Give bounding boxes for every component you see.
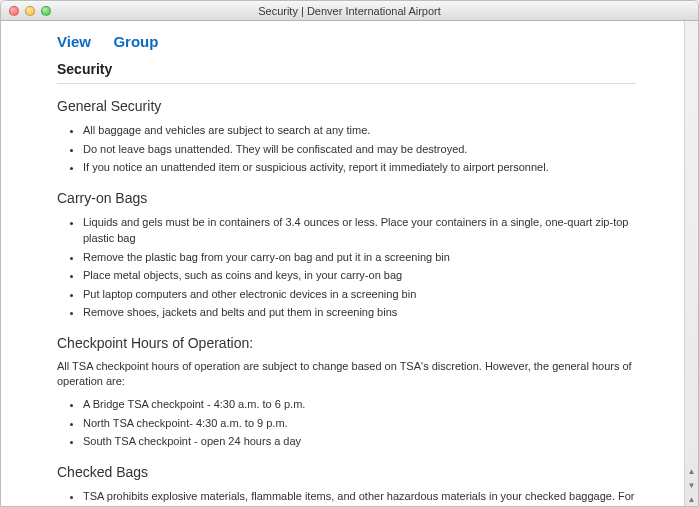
list-item: Put laptop computers and other electroni… <box>83 286 636 303</box>
heading-checked-bags: Checked Bags <box>57 464 636 480</box>
list-item: All baggage and vehicles are subject to … <box>83 122 636 139</box>
heading-general-security: General Security <box>57 98 636 114</box>
list-carry-on: Liquids and gels must be in containers o… <box>83 214 636 321</box>
list-checked-bags: TSA prohibits explosive materials, flamm… <box>83 488 636 506</box>
page-menu: View Group <box>57 27 636 61</box>
traffic-lights <box>9 6 51 16</box>
heading-carry-on: Carry-on Bags <box>57 190 636 206</box>
page-content: View Group Security General Security All… <box>1 21 684 506</box>
close-icon[interactable] <box>9 6 19 16</box>
content-wrap: View Group Security General Security All… <box>1 21 698 506</box>
hours-intro: All TSA checkpoint hours of operation ar… <box>57 359 636 391</box>
scroll-down-icon[interactable]: ▼ <box>685 478 698 492</box>
zoom-icon[interactable] <box>41 6 51 16</box>
list-item: If you notice an unattended item or susp… <box>83 159 636 176</box>
scroll-up-icon[interactable]: ▲ <box>685 492 698 506</box>
list-item: TSA prohibits explosive materials, flamm… <box>83 488 636 506</box>
minimize-icon[interactable] <box>25 6 35 16</box>
heading-hours: Checkpoint Hours of Operation: <box>57 335 636 351</box>
list-general-security: All baggage and vehicles are subject to … <box>83 122 636 176</box>
scroll-up-icon[interactable]: ▲ <box>685 464 698 478</box>
browser-window: Security | Denver International Airport … <box>0 0 699 507</box>
list-item: A Bridge TSA checkpoint - 4:30 a.m. to 6… <box>83 396 636 413</box>
list-item: Place metal objects, such as coins and k… <box>83 267 636 284</box>
list-hours: A Bridge TSA checkpoint - 4:30 a.m. to 6… <box>83 396 636 450</box>
menu-view[interactable]: View <box>57 33 91 50</box>
list-item: Do not leave bags unattended. They will … <box>83 141 636 158</box>
window-title: Security | Denver International Airport <box>1 5 698 17</box>
vertical-scrollbar[interactable]: ▲ ▼ ▲ <box>684 21 698 506</box>
window-titlebar: Security | Denver International Airport <box>1 1 698 21</box>
list-item: South TSA checkpoint - open 24 hours a d… <box>83 433 636 450</box>
list-item: Liquids and gels must be in containers o… <box>83 214 636 247</box>
list-item: Remove shoes, jackets and belts and put … <box>83 304 636 321</box>
page-title: Security <box>57 61 636 84</box>
checked-item-text: TSA prohibits explosive materials, flamm… <box>83 490 635 506</box>
menu-group[interactable]: Group <box>113 33 158 50</box>
list-item: Remove the plastic bag from your carry-o… <box>83 249 636 266</box>
list-item: North TSA checkpoint- 4:30 a.m. to 9 p.m… <box>83 415 636 432</box>
